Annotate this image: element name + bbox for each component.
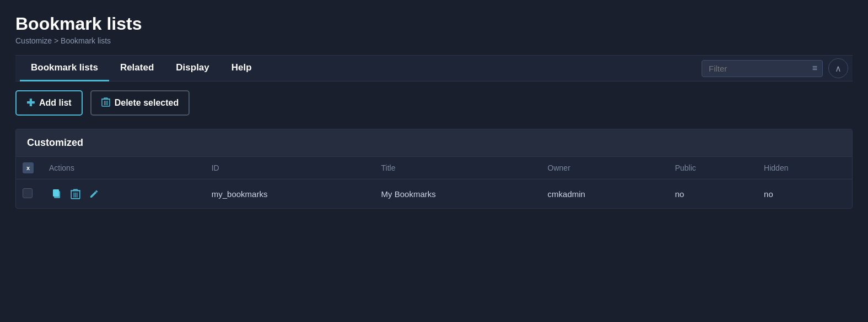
delete-selected-button[interactable]: Delete selected [90,90,190,116]
breadcrumb: Customize > Bookmark lists [15,36,853,45]
trash-icon [101,97,110,109]
nav-item-help[interactable]: Help [220,55,263,81]
chevron-up-button[interactable]: ∧ [828,58,848,78]
page-title: Bookmark lists [15,13,853,34]
svg-rect-6 [53,189,59,197]
action-icons [49,186,194,201]
col-header-checkbox[interactable]: x [16,157,40,179]
row-public: no [666,179,755,209]
breadcrumb-text: Customize > Bookmark lists [15,36,111,45]
delete-selected-label: Delete selected [115,98,179,108]
row-id: my_bookmarks [203,179,373,209]
filter-input-wrapper: ≡ [702,60,823,77]
add-icon: ✚ [26,97,35,109]
nav-item-related[interactable]: Related [109,55,165,81]
row-owner: cmkadmin [539,179,666,209]
select-all-x[interactable]: x [23,162,34,173]
data-table: x Actions ID Title Owner Public Hidden [16,157,852,208]
nav-item-display[interactable]: Display [165,55,220,81]
row-actions-cell [40,179,203,209]
col-header-owner: Owner [539,157,666,179]
toolbar: ✚ Add list Delete selected [15,81,853,124]
table-row: my_bookmarks My Bookmarks cmkadmin no no [16,179,852,209]
col-header-id: ID [203,157,373,179]
row-edit-icon[interactable] [87,186,102,201]
chevron-up-icon: ∧ [835,63,842,74]
nav-item-bookmark-lists[interactable]: Bookmark lists [20,55,109,81]
col-header-hidden: Hidden [755,157,852,179]
row-title: My Bookmarks [373,179,539,209]
col-header-actions: Actions [40,157,203,179]
filter-container: ≡ ∧ [702,58,848,78]
copy-icon[interactable] [49,186,64,201]
row-hidden: no [755,179,852,209]
filter-input[interactable] [702,60,823,77]
nav-bar: Bookmark lists Related Display Help ≡ ∧ [15,55,853,81]
row-checkbox-cell [16,179,40,209]
add-list-button[interactable]: ✚ Add list [15,90,83,116]
add-list-label: Add list [39,98,72,108]
col-header-title: Title [373,157,539,179]
row-checkbox[interactable] [23,188,33,198]
section-header: Customized [16,129,852,157]
row-delete-icon[interactable] [68,186,83,201]
table-section: Customized x Actions ID Title Owner Publ… [15,129,853,209]
col-header-public: Public [666,157,755,179]
table-header-row: x Actions ID Title Owner Public Hidden [16,157,852,179]
